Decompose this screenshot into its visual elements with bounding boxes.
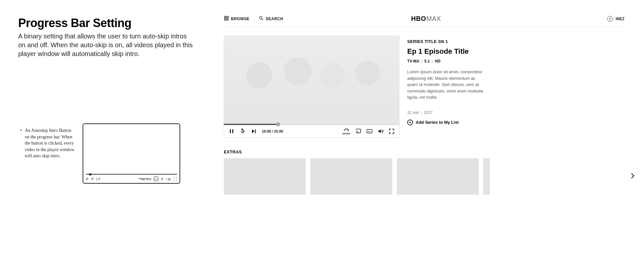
app-panel: BROWSE SEARCH INEZ HBO MAX [208,0,644,254]
cc-button[interactable]: CC [367,128,372,134]
browse-label: BROWSE [231,17,249,21]
extras-next-button[interactable] [629,172,636,181]
search-button[interactable]: SEARCH [259,16,283,22]
sketch-next-icon: ▷I [96,177,100,181]
svg-rect-1 [227,16,228,18]
profile-button[interactable]: INEZ [607,16,624,22]
skip-intro-toggle[interactable]: INTRO [342,128,350,135]
grid-icon [224,16,229,22]
sketch-scrub-track [86,174,177,175]
spec-heading: Progress Bar Setting [18,16,195,30]
sketch-volume-icon: ◁)) [166,177,171,181]
spec-panel: Progress Bar Setting A binary setting th… [0,0,208,254]
svg-point-4 [260,17,262,19]
sketch-cc-icon: cc [154,176,158,181]
scrub-thumb[interactable] [276,122,280,126]
intro-label: INTRO [342,133,350,135]
svg-rect-8 [232,129,233,133]
profile-name: INEZ [616,17,624,21]
video-player: 10 10:00 / 32:00 INTRO [224,36,399,138]
scrub-bar[interactable] [224,124,399,125]
time-current: 10:00 [262,129,271,133]
svg-marker-15 [378,129,381,133]
search-label: SEARCH [266,17,283,21]
series-title: SERIES TITLE SN 1 [407,39,624,44]
add-to-list-label: Add Series to My List [416,120,459,125]
extra-card[interactable] [224,158,306,195]
duration-year: 32 min|2017 [407,110,624,115]
time-display: 10:00 / 32:00 [262,129,283,133]
sketch-annotation: An Autoskip Intro Button on the progress… [25,123,77,159]
fullscreen-button[interactable] [389,128,395,134]
svg-rect-11 [255,129,256,133]
add-to-list-button[interactable]: + Add Series to My List [407,120,624,125]
svg-point-12 [356,133,357,134]
next-episode-button[interactable] [251,128,257,134]
svg-rect-7 [230,129,231,133]
episode-title: Ep 1 Episode Title [407,47,624,56]
video-frame[interactable] [224,36,399,124]
svg-text:10: 10 [242,131,244,133]
brand-logo: HBO MAX [411,15,441,22]
browse-button[interactable]: BROWSE [224,16,249,22]
rewind-10-button[interactable]: 10 [240,128,246,134]
sketch-pause-icon: II [86,177,88,181]
svg-marker-10 [252,129,255,133]
sketch-rewind-icon: ↺ [91,177,94,181]
scrub-fill [224,124,278,125]
sketch-area: An Autoskip Intro Button on the progress… [18,123,195,184]
search-icon [259,16,264,22]
extras-heading: EXTRAS [224,149,624,154]
year: 2017 [424,110,433,115]
synopsis: Lorem ipsum dolor sit amet, consectetur … [407,69,485,101]
sketch-scrub-thumb [89,173,91,176]
svg-line-5 [262,19,263,20]
player-controls: 10 10:00 / 32:00 INTRO [224,125,399,138]
sketch-controls: II ↺ ▷I ↷ɪɴᴛʀᴏ cc ⎚ ◁)) ⛶ [86,176,177,182]
pause-button[interactable] [229,128,235,134]
volume-button[interactable] [378,128,383,134]
time-total: 32:00 [274,129,283,133]
duration: 32 min [407,110,419,115]
quality-badge: HD [435,59,440,64]
extra-card[interactable] [483,158,490,195]
sketch-intro-icon: ↷ɪɴᴛʀᴏ [138,177,151,181]
svg-point-6 [610,18,610,19]
extra-card[interactable] [397,158,479,195]
sketch-fullscreen-icon: ⛶ [173,177,177,181]
spec-description: A binary setting that allows the user to… [18,32,194,58]
sketch-cast-icon: ⎚ [161,177,163,181]
extra-card[interactable] [310,158,392,195]
svg-rect-2 [224,19,226,20]
audio-badge: 5.1 [424,59,430,64]
cast-button[interactable] [356,128,361,134]
extras-row [224,158,624,195]
rating-badge: TV-MA [407,59,419,64]
content-row: 10 10:00 / 32:00 INTRO [224,36,624,138]
episode-metadata: SERIES TITLE SN 1 Ep 1 Episode Title TV-… [407,36,624,125]
svg-rect-3 [227,19,228,20]
svg-rect-0 [224,16,226,18]
logo-light: MAX [426,15,441,22]
svg-text:CC: CC [368,130,370,133]
plus-icon: + [407,120,413,125]
badges-row: TV-MA|5.1|HD [407,59,624,64]
avatar-icon [607,16,613,22]
sketch-player-box: II ↺ ▷I ↷ɪɴᴛʀᴏ cc ⎚ ◁)) ⛶ [83,123,180,184]
logo-bold: HBO [411,15,426,22]
